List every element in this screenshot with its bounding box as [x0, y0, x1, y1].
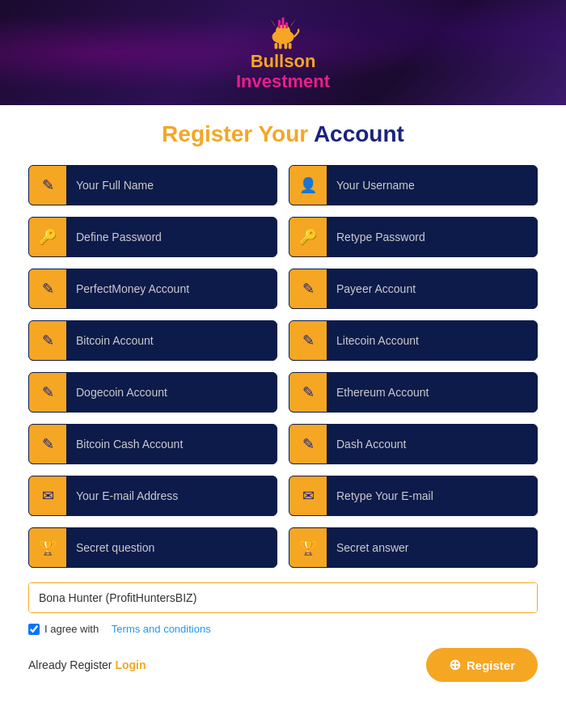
email-input[interactable] [66, 476, 277, 515]
retype-email-input[interactable] [327, 476, 537, 515]
header: Bullson Investment [0, 0, 566, 105]
title-account: Account [314, 121, 404, 146]
edit-icon-dash: ✎ [289, 425, 327, 463]
bitcoin-cash-group: ✎ [28, 424, 277, 464]
full-name-input[interactable] [66, 166, 277, 205]
mail-icon-email: ✉ [29, 476, 66, 515]
define-password-input[interactable] [66, 218, 277, 256]
bottom-section: I agree with Terms and conditions Alread… [28, 582, 538, 682]
svg-rect-4 [285, 43, 288, 49]
edit-icon-bitcoin: ✎ [29, 321, 66, 360]
edit-icon-pm: ✎ [29, 269, 66, 308]
payeer-group: ✎ [289, 269, 538, 309]
dogecoin-group: ✎ [28, 372, 277, 413]
bitcoin-cash-input[interactable] [66, 425, 277, 463]
secret-answer-input[interactable] [327, 528, 537, 567]
plus-icon: ⊕ [449, 656, 461, 674]
svg-rect-5 [289, 43, 292, 49]
litecoin-group: ✎ [289, 320, 538, 361]
logo-area: Bullson Investment [236, 14, 330, 91]
main-content: Register Your Account ✎ 👤 🔑 🔑 ✎ ✎ [0, 105, 566, 706]
email-group: ✉ [28, 476, 277, 516]
agree-checkbox[interactable] [28, 624, 40, 635]
ethereum-group: ✎ [289, 372, 538, 413]
dash-input[interactable] [327, 425, 537, 463]
edit-icon-ethereum: ✎ [289, 373, 327, 412]
payeer-input[interactable] [327, 269, 537, 308]
referral-wrap [28, 582, 538, 613]
secret-question-input[interactable] [66, 528, 277, 567]
dogecoin-input[interactable] [66, 373, 277, 412]
svg-rect-3 [279, 43, 282, 49]
trophy-icon-answer: 🏆 [289, 528, 327, 567]
already-register-text: Already Register Login [28, 658, 146, 671]
referral-input[interactable] [29, 583, 537, 612]
username-group: 👤 [289, 165, 538, 205]
svg-rect-2 [275, 43, 278, 49]
trophy-icon-question: 🏆 [29, 528, 66, 567]
secret-answer-group: 🏆 [289, 527, 538, 568]
logo-text: Bullson Investment [236, 52, 330, 91]
registration-form: ✎ 👤 🔑 🔑 ✎ ✎ ✎ [28, 165, 538, 568]
mail-icon-retypeemail: ✉ [289, 476, 327, 515]
bitcoin-group: ✎ [28, 320, 277, 361]
secret-question-group: 🏆 [28, 527, 277, 568]
retype-password-group: 🔑 [289, 217, 538, 257]
svg-rect-8 [285, 23, 288, 29]
perfectmoney-input[interactable] [66, 269, 277, 308]
retype-password-input[interactable] [327, 218, 537, 256]
edit-icon-bch: ✎ [29, 425, 66, 463]
register-btn-label: Register [467, 658, 515, 672]
bull-icon [259, 14, 307, 50]
svg-rect-6 [278, 20, 281, 29]
edit-icon-payeer: ✎ [289, 269, 327, 308]
logo-bullson: Bullson [251, 51, 316, 71]
terms-link[interactable]: Terms and conditions [112, 623, 211, 635]
lock-icon-retypepass: 🔑 [289, 218, 327, 256]
svg-rect-7 [282, 18, 285, 29]
ethereum-input[interactable] [327, 373, 537, 412]
lock-icon-definepass: 🔑 [29, 218, 66, 256]
litecoin-input[interactable] [327, 321, 537, 360]
username-input[interactable] [327, 166, 537, 205]
agree-row: I agree with Terms and conditions [28, 623, 538, 635]
agree-text: I agree with [44, 623, 99, 635]
page-title: Register Your Account [28, 121, 538, 147]
login-link[interactable]: Login [115, 658, 146, 671]
full-name-group: ✎ [28, 165, 277, 205]
edit-icon-fullname: ✎ [29, 166, 66, 205]
perfectmoney-group: ✎ [28, 269, 277, 309]
register-row: Already Register Login ⊕ Register [28, 648, 538, 682]
user-icon-username: 👤 [289, 166, 327, 205]
retype-email-group: ✉ [289, 476, 538, 516]
dash-group: ✎ [289, 424, 538, 464]
edit-icon-litecoin: ✎ [289, 321, 327, 360]
logo-investment: Investment [236, 71, 330, 91]
bitcoin-input[interactable] [66, 321, 277, 360]
register-button[interactable]: ⊕ Register [426, 648, 538, 682]
define-password-group: 🔑 [28, 217, 277, 257]
title-your: Register Your [162, 121, 308, 146]
edit-icon-dogecoin: ✎ [29, 373, 66, 412]
